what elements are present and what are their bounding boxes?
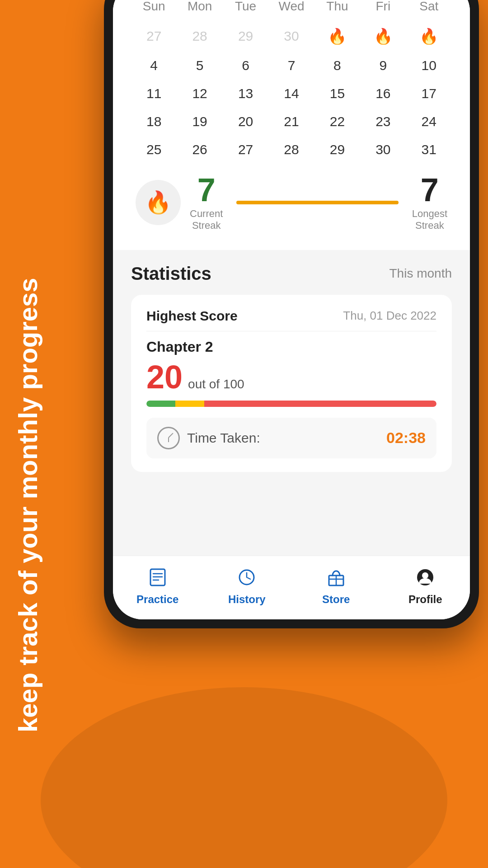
cal-cell: 13: [223, 80, 268, 107]
day-header-mon: Mon: [177, 0, 222, 17]
chapter-label: Chapter 2: [146, 339, 436, 355]
time-taken-left: Time Taken:: [157, 427, 260, 449]
nav-label-profile: Profile: [408, 593, 442, 606]
cal-cell-fire-fri: 🔥: [360, 22, 406, 51]
cal-cell: 15: [314, 80, 360, 107]
calendar-row-2: 4 5 6 7 8 9 10: [131, 52, 452, 79]
score-progress-bar: [146, 401, 436, 407]
cal-cell: 24: [406, 108, 452, 135]
clock-icon: [157, 427, 180, 449]
cal-cell: 16: [360, 80, 406, 107]
fire-icon: 🔥: [419, 27, 438, 45]
cal-cell: 21: [268, 108, 314, 135]
calendar-row-1: 27 28 29 30 🔥 🔥 🔥: [131, 22, 452, 51]
cal-cell: 28: [177, 22, 222, 51]
cal-cell: 30: [360, 137, 406, 163]
cal-cell: 5: [177, 52, 222, 79]
cal-cell: 22: [314, 108, 360, 135]
streak-row: 🔥 7 CurrentStreak 7 LongestStreak: [131, 165, 452, 236]
longest-streak-stat: 7 LongestStreak: [412, 174, 447, 232]
bg-decoration: [0, 597, 488, 868]
practice-icon: [145, 565, 170, 590]
nav-label-store: Store: [322, 593, 350, 606]
cal-cell: 28: [268, 137, 314, 163]
cal-cell: 18: [131, 108, 177, 135]
score-out-of: out of 100: [188, 377, 244, 392]
cal-cell: 7: [268, 52, 314, 79]
cal-cell: 29: [223, 22, 268, 51]
store-icon: [324, 565, 348, 590]
cal-cell: 30: [268, 22, 314, 51]
nav-item-store[interactable]: Store: [291, 565, 381, 606]
day-header-thu: Thu: [314, 0, 360, 17]
calendar-row-5: 25 26 27 28 29 30 31: [131, 137, 452, 163]
phone-frame: Sun Mon Tue Wed Thu Fri Sat 27 28 29 30 …: [104, 0, 479, 628]
cal-cell: 17: [406, 80, 452, 107]
flame-circle: 🔥: [136, 180, 181, 225]
cal-cell: 11: [131, 80, 177, 107]
cal-cell: 6: [223, 52, 268, 79]
nav-item-profile[interactable]: Profile: [381, 565, 470, 606]
cal-cell: 8: [314, 52, 360, 79]
cal-cell-fire-thu: 🔥: [314, 22, 360, 51]
day-header-sun: Sun: [131, 0, 177, 17]
longest-streak-label: LongestStreak: [412, 208, 447, 232]
cal-cell: 10: [406, 52, 452, 79]
stats-title: Statistics: [131, 264, 211, 284]
statistics-section: Statistics This month Highest Score Thu,…: [113, 250, 470, 486]
history-icon: [235, 565, 259, 590]
svg-point-9: [422, 572, 428, 579]
cal-cell: 4: [131, 52, 177, 79]
day-header-tue: Tue: [223, 0, 268, 17]
calendar-header: Sun Mon Tue Wed Thu Fri Sat: [131, 0, 452, 17]
longest-streak-number: 7: [412, 174, 447, 206]
cal-cell: 31: [406, 137, 452, 163]
bottom-navigation: Practice History: [113, 556, 470, 619]
calendar-grid: Sun Mon Tue Wed Thu Fri Sat 27 28 29 30 …: [131, 0, 452, 236]
cal-cell: 27: [131, 22, 177, 51]
spacer: [113, 486, 470, 556]
fire-icon-main: 🔥: [145, 190, 172, 215]
score-value-row: 20 out of 100: [146, 361, 436, 393]
side-text: keep track of your monthly progress: [14, 136, 42, 732]
score-bar-green: [146, 401, 175, 407]
phone-screen: Sun Mon Tue Wed Thu Fri Sat 27 28 29 30 …: [113, 0, 470, 619]
cal-cell: 26: [177, 137, 222, 163]
nav-label-practice: Practice: [136, 593, 178, 606]
fire-icon: 🔥: [374, 27, 393, 45]
cal-cell: 19: [177, 108, 222, 135]
score-big-number: 20: [146, 361, 183, 393]
stats-header: Statistics This month: [131, 264, 452, 284]
time-value: 02:38: [386, 429, 426, 447]
score-card-header: Highest Score Thu, 01 Dec 2022: [146, 308, 436, 331]
cal-cell: 27: [223, 137, 268, 163]
current-streak-stat: 7 CurrentStreak: [190, 174, 223, 232]
current-streak-number: 7: [190, 174, 223, 206]
current-streak-label: CurrentStreak: [190, 208, 223, 232]
calendar-row-3: 11 12 13 14 15 16 17: [131, 80, 452, 107]
score-bar-red: [204, 401, 436, 407]
score-bar-yellow: [175, 401, 204, 407]
nav-item-practice[interactable]: Practice: [113, 565, 202, 606]
time-taken-label: Time Taken:: [187, 430, 260, 446]
cal-cell: 20: [223, 108, 268, 135]
day-header-wed: Wed: [268, 0, 314, 17]
cal-cell: 23: [360, 108, 406, 135]
time-taken-row: Time Taken: 02:38: [146, 418, 436, 458]
cal-cell-fire-sat: 🔥: [406, 22, 452, 51]
day-header-fri: Fri: [360, 0, 406, 17]
score-date: Thu, 01 Dec 2022: [343, 309, 436, 323]
calendar-row-4: 18 19 20 21 22 23 24: [131, 108, 452, 135]
cal-cell: 14: [268, 80, 314, 107]
score-card: Highest Score Thu, 01 Dec 2022 Chapter 2…: [131, 295, 452, 472]
streak-connector-line: [236, 202, 398, 203]
day-header-sat: Sat: [406, 0, 452, 17]
cal-cell: 25: [131, 137, 177, 163]
profile-icon: [413, 565, 437, 590]
cal-cell: 12: [177, 80, 222, 107]
calendar-section: Sun Mon Tue Wed Thu Fri Sat 27 28 29 30 …: [113, 0, 470, 250]
nav-item-history[interactable]: History: [202, 565, 292, 606]
nav-label-history: History: [228, 593, 266, 606]
stats-filter: This month: [389, 266, 452, 281]
fire-icon: 🔥: [328, 27, 347, 45]
